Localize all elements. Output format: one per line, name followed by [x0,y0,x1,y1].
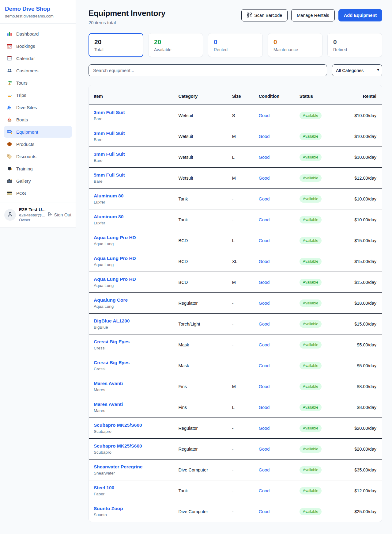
status-badge: Available [300,195,322,203]
stat-card-maintenance[interactable]: 0 Maintenance [268,33,322,57]
shop-name: Demo Dive Shop [5,6,71,12]
condition-link[interactable]: Good [259,405,270,410]
sidebar-item-gallery[interactable]: Gallery [4,175,72,187]
sidebar-item-boats[interactable]: Boats [4,114,72,125]
item-brand: Aqua Lung [94,242,169,246]
condition-link[interactable]: Good [259,196,270,201]
status-badge: Available [300,508,322,515]
condition-link[interactable]: Good [259,384,270,389]
svg-text:17: 17 [8,45,11,48]
item-rental: $10.00/day [343,126,382,147]
condition-link[interactable]: Good [259,488,270,493]
condition-link[interactable]: Good [259,280,270,285]
sidebar-item-dive-sites[interactable]: Dive Sites [4,101,72,113]
stat-card-retired[interactable]: 0 Retired [327,33,382,57]
sidebar-item-training[interactable]: Training [4,163,72,174]
item-link[interactable]: Aqua Lung Pro HD [94,235,169,240]
condition-link[interactable]: Good [259,509,270,514]
item-size: S [227,105,254,126]
item-link[interactable]: Mares Avanti [94,402,169,407]
scan-barcode-label: Scan Barcode [254,13,282,18]
sidebar-item-bookings[interactable]: 17Bookings [4,40,72,52]
condition-link[interactable]: Good [259,155,270,160]
sidebar-item-customers[interactable]: Customers [4,65,72,76]
condition-link[interactable]: Good [259,467,270,472]
status-badge: Available [300,133,322,140]
table-row: Scubapro MK25/S600 Scubapro Regulator - … [89,439,382,460]
stat-card-total[interactable]: 20 Total [89,33,143,57]
barcode-icon [247,13,252,18]
stat-card-available[interactable]: 20 Available [148,33,203,57]
sign-out-button[interactable]: Sign Out [47,212,71,218]
sidebar-item-discounts[interactable]: Discounts [4,151,72,162]
discounts-icon [7,154,12,159]
item-link[interactable]: Shearwater Peregrine [94,464,169,470]
item-link[interactable]: BigBlue AL1200 [94,318,169,324]
status-badge: Available [300,216,322,223]
item-category: Regulator [174,293,227,314]
condition-link[interactable]: Good [259,301,270,306]
item-link[interactable]: Suunto Zoop [94,506,169,511]
table-row: Steel 100 Faber Tank - Good Available $1… [89,480,382,501]
table-row: BigBlue AL1200 BigBlue Torch/Light - Goo… [89,314,382,334]
sidebar-item-pos[interactable]: POS [4,187,72,199]
item-link[interactable]: Cressi Big Eyes [94,360,169,365]
sidebar-item-trips[interactable]: Trips [4,89,72,101]
scan-barcode-button[interactable]: Scan Barcode [241,9,288,21]
condition-link[interactable]: Good [259,113,270,118]
stat-value: 0 [214,38,257,46]
sidebar-item-products[interactable]: Products [4,138,72,150]
item-link[interactable]: 3mm Full Suit [94,131,169,136]
condition-link[interactable]: Good [259,238,270,243]
item-link[interactable]: Mares Avanti [94,381,169,386]
item-size: - [227,293,254,314]
customers-icon [7,68,12,73]
item-link[interactable]: Steel 100 [94,485,169,490]
sidebar-item-equipment[interactable]: Equipment [4,126,72,138]
condition-link[interactable]: Good [259,342,270,347]
manage-rentals-button[interactable]: Manage Rentals [291,9,335,21]
item-link[interactable]: Aqualung Core [94,297,169,303]
item-link[interactable]: Cressi Big Eyes [94,339,169,345]
manage-rentals-label: Manage Rentals [297,13,329,18]
condition-link[interactable]: Good [259,176,270,181]
item-link[interactable]: Aluminum 80 [94,193,169,199]
item-link[interactable]: Aqua Lung Pro HD [94,256,169,261]
search-input[interactable] [89,64,327,76]
condition-link[interactable]: Good [259,426,270,431]
status-badge: Available [300,445,322,453]
sidebar-item-tours[interactable]: Tours [4,77,72,89]
table-row: 3mm Full Suit Bare Wetsuit M Good Availa… [89,126,382,147]
status-badge: Available [300,154,322,161]
item-link[interactable]: Scubapro MK25/S600 [94,443,169,449]
item-rental: $5.00/day [343,355,382,376]
item-link[interactable]: Scubapro MK25/S600 [94,422,169,428]
item-size: - [227,480,254,501]
item-brand: BigBlue [94,325,169,330]
condition-link[interactable]: Good [259,447,270,452]
category-select[interactable]: All Categories [332,64,382,76]
item-category: Tank [174,189,227,209]
item-link[interactable]: 3mm Full Suit [94,110,169,115]
add-equipment-button[interactable]: Add Equipment [338,9,382,21]
item-link[interactable]: Aqua Lung Pro HD [94,277,169,282]
item-link[interactable]: 5mm Full Suit [94,172,169,178]
condition-link[interactable]: Good [259,217,270,222]
logout-icon [47,212,52,218]
condition-link[interactable]: Good [259,259,270,264]
table-row: 5mm Full Suit Bare Wetsuit M Good Availa… [89,168,382,189]
user-box: E2E Test U... e2e-tester@... Owner Sign … [0,203,76,227]
stat-card-rented[interactable]: 0 Rented [208,33,263,57]
stat-value: 20 [94,38,138,46]
tours-icon [7,80,12,86]
sidebar-item-dashboard[interactable]: Dashboard [4,28,72,40]
condition-link[interactable]: Good [259,322,270,326]
stat-value: 20 [154,38,197,46]
item-link[interactable]: Aluminum 80 [94,214,169,219]
sidebar-item-calendar[interactable]: Calendar [4,52,72,64]
item-category: Tank [174,480,227,501]
item-link[interactable]: 3mm Full Suit [94,151,169,157]
condition-link[interactable]: Good [259,363,270,368]
status-badge: Available [300,425,322,432]
condition-link[interactable]: Good [259,134,270,139]
